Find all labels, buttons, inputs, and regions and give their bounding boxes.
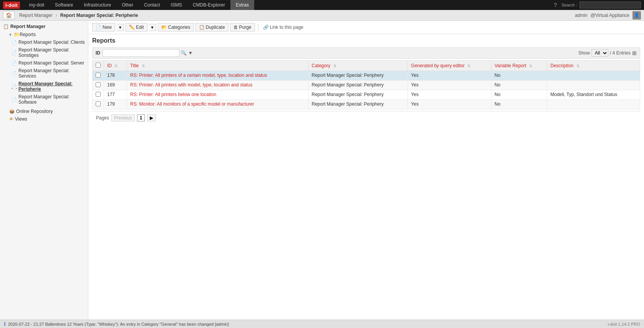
sidebar-header-icon: 📋 xyxy=(3,24,9,29)
row-title[interactable]: RS: Printer: All printers below one loca… xyxy=(127,90,309,100)
row-category: Report Manager Special: Periphery xyxy=(308,90,408,100)
previous-button[interactable]: Previous xyxy=(111,114,135,121)
nav-other[interactable]: Other xyxy=(116,0,139,10)
th-variable[interactable]: Variable Report ⇅ xyxy=(491,61,547,71)
row-checkbox[interactable] xyxy=(96,92,101,97)
reports-section: Reports ID 🔍 ▼ Show All / 4 Entries ⊞ xyxy=(88,34,644,128)
new-dropdown-arrow[interactable]: ▼ xyxy=(117,24,124,31)
table-search-input[interactable] xyxy=(103,49,179,57)
purge-button[interactable]: 🗑 Purge xyxy=(230,23,255,31)
toolbar: 📄 New ▼ ✏️ Edit ▼ 📂 Categories 📋 Duplica… xyxy=(88,21,644,34)
sidebar-item-peripherie-label: Report Manager Special: Peripherie xyxy=(18,81,85,92)
edit-icon: ✏️ xyxy=(129,25,135,30)
folder-sonstiges-icon: 📄 xyxy=(12,50,17,55)
sidebar-item-sonstiges[interactable]: 📄 Report Manager Special: Sonstiges xyxy=(5,46,88,59)
nav-my-doit[interactable]: my-doit xyxy=(24,0,50,10)
table-row: 179 RS: Monitor: All monitors of a speci… xyxy=(93,100,640,109)
nav-extras[interactable]: Extras xyxy=(230,0,254,10)
sort-title-icon: ⇅ xyxy=(142,64,145,68)
table-search-icon[interactable]: 🔍 xyxy=(181,50,187,56)
sort-category-icon: ⇅ xyxy=(333,64,336,68)
sidebar-item-clients[interactable]: 📄 Report Manager Special: Clients xyxy=(5,38,88,46)
nav-isms[interactable]: ISMS xyxy=(166,0,187,10)
th-checkbox[interactable] xyxy=(93,61,104,71)
table-search-dropdown-icon[interactable]: ▼ xyxy=(188,50,193,56)
nav-cmdb-explorer[interactable]: CMDB-Explorer xyxy=(187,0,230,10)
th-description[interactable]: Description ⇅ xyxy=(547,61,640,71)
column-toggle-icon[interactable]: ⊞ xyxy=(632,50,637,56)
new-button[interactable]: 📄 New xyxy=(92,23,115,31)
global-search-input[interactable] xyxy=(579,2,641,8)
show-select[interactable]: All xyxy=(591,49,608,57)
main-content: 📄 New ▼ ✏️ Edit ▼ 📂 Categories 📋 Duplica… xyxy=(88,21,644,320)
row-checkbox-cell[interactable] xyxy=(93,90,104,100)
user-info: admin @Virtual Appliance 👤 xyxy=(575,11,641,20)
table-search-bar: ID 🔍 ▼ Show All / 4 Entries ⊞ xyxy=(92,47,640,59)
row-description xyxy=(547,81,640,90)
edit-dropdown-arrow[interactable]: ▼ xyxy=(149,24,156,31)
row-checkbox[interactable] xyxy=(96,73,101,78)
link-to-page-button[interactable]: 🔗 Link to this page xyxy=(262,23,305,31)
folder-peripherie-icon: 📄 xyxy=(12,84,17,89)
nav-infrastructure[interactable]: Infrastructure xyxy=(78,0,116,10)
th-generated[interactable]: Generated by query editor ⇅ xyxy=(408,61,491,71)
sidebar-item-services-label: Report Manager Special: Services xyxy=(18,68,85,79)
row-title[interactable]: RS: Printer: All printers with model, ty… xyxy=(127,81,309,90)
row-title[interactable]: RS: Printer: All printers of a certain m… xyxy=(127,71,309,81)
nav-contact[interactable]: Contact xyxy=(139,0,165,10)
row-category: Report Manager Special: Periphery xyxy=(308,71,408,81)
nav-items: my-doit Software Infrastructure Other Co… xyxy=(24,0,554,10)
row-generated: Yes xyxy=(408,71,491,81)
row-checkbox[interactable] xyxy=(96,82,101,87)
breadcrumb-bar: 🏠 Report Manager › Report Manager Specia… xyxy=(0,10,644,21)
sidebar-item-software[interactable]: 📄 Report Manager Special: Software xyxy=(5,93,88,106)
row-checkbox-cell[interactable] xyxy=(93,71,104,81)
select-all-checkbox[interactable] xyxy=(96,63,101,68)
row-category: Report Manager Special: Periphery xyxy=(308,81,408,90)
search-id-label: ID xyxy=(96,50,100,56)
instance: @Virtual Appliance xyxy=(591,13,629,18)
purge-icon: 🗑 xyxy=(233,25,238,30)
pages-label: Pages xyxy=(96,115,109,121)
page-1-button[interactable]: 1 xyxy=(137,114,145,121)
sidebar-header[interactable]: 📋 Report Manager xyxy=(0,22,88,31)
nav-search-area: ? Search : xyxy=(554,2,641,8)
row-title[interactable]: RS: Monitor: All monitors of a specific … xyxy=(127,100,309,109)
edit-button[interactable]: ✏️ Edit xyxy=(126,23,147,31)
sidebar-group-header[interactable]: ▼ 📁 Reports xyxy=(5,31,88,38)
app-logo[interactable]: i-doit xyxy=(3,2,20,9)
sort-id-icon: ⇅ xyxy=(114,64,118,68)
th-category[interactable]: Category ⇅ xyxy=(308,61,408,71)
nav-software[interactable]: Software xyxy=(50,0,78,10)
next-button[interactable]: ▶ xyxy=(147,114,156,121)
help-icon[interactable]: ? xyxy=(554,2,557,8)
breadcrumb-report-manager[interactable]: Report Manager xyxy=(18,13,54,18)
sidebar-item-online-repo[interactable]: 📦 Online Repository xyxy=(3,108,88,115)
row-generated: Yes xyxy=(408,81,491,90)
sidebar-item-services[interactable]: 📄 Report Manager Special: Services xyxy=(5,67,88,80)
row-checkbox-cell[interactable] xyxy=(93,100,104,109)
row-checkbox-cell[interactable] xyxy=(93,81,104,90)
sidebar-item-sonstiges-label: Report Manager Special: Sonstiges xyxy=(18,47,85,58)
row-category: Report Manager Special: Periphery xyxy=(308,100,408,109)
row-checkbox[interactable] xyxy=(96,101,101,106)
avatar[interactable]: 👤 xyxy=(632,11,641,20)
th-title[interactable]: Title ⇅ xyxy=(127,61,309,71)
sidebar: 📋 Report Manager ▼ 📁 Reports 📄 Report Ma… xyxy=(0,21,88,320)
sort-generated-icon: ⇅ xyxy=(467,64,470,68)
sidebar-item-server[interactable]: 📄 Report Manager Special: Server xyxy=(5,59,88,67)
sidebar-header-label: Report Manager xyxy=(10,24,45,29)
sidebar-item-views[interactable]: 👁 Views xyxy=(3,115,88,123)
duplicate-icon: 📋 xyxy=(199,25,205,30)
sidebar-item-peripherie[interactable]: 📄 Report Manager Special: Peripherie xyxy=(5,80,88,93)
categories-button[interactable]: 📂 Categories xyxy=(158,23,194,31)
home-button[interactable]: 🏠 xyxy=(3,11,15,19)
th-id[interactable]: ID ⇅ xyxy=(104,61,127,71)
duplicate-button[interactable]: 📋 Duplicate xyxy=(195,23,228,31)
top-navigation: i-doit my-doit Software Infrastructure O… xyxy=(0,0,644,10)
reports-section-title: Reports xyxy=(92,37,640,44)
sort-variable-icon: ⇅ xyxy=(529,64,532,68)
row-variable: No xyxy=(491,100,547,109)
sidebar-item-views-label: Views xyxy=(15,116,27,122)
main-layout: 📋 Report Manager ▼ 📁 Reports 📄 Report Ma… xyxy=(0,21,644,320)
